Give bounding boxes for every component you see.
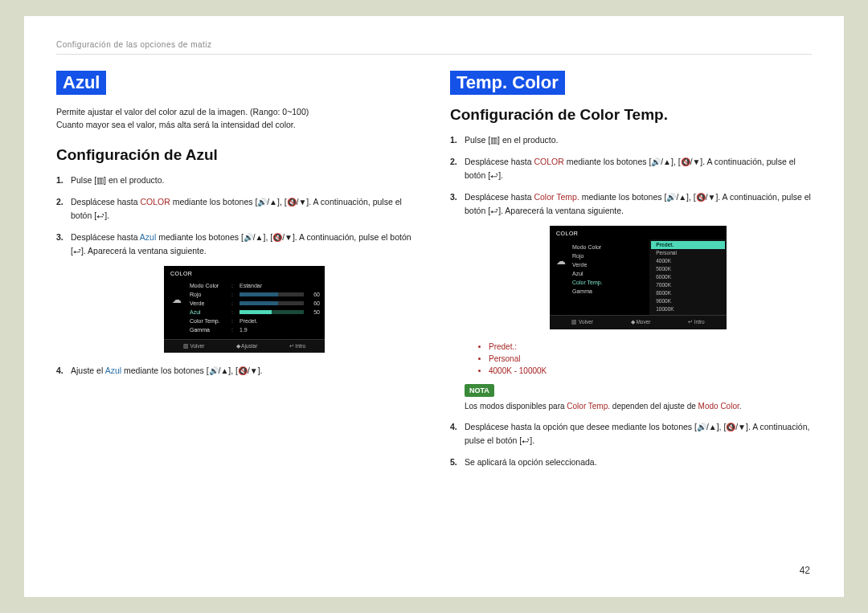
step-item: Desplácese hasta Azul mediante los boton… <box>56 231 418 353</box>
note-badge: NOTA <box>465 384 494 397</box>
enter-icon: ⮐ <box>490 171 498 180</box>
manual-page: Configuración de las opciones de matiz A… <box>24 16 844 597</box>
menu-icon: ▥ <box>96 176 104 185</box>
step-item: Se aplicará la opción seleccionada. <box>450 456 812 469</box>
enter-icon: ⮐ <box>73 247 81 255</box>
down-icon: 🔇/▼ <box>681 157 701 166</box>
osd-side-icon: ☁ <box>555 243 567 296</box>
enter-icon: ⮐ <box>522 436 530 445</box>
page-number: 42 <box>800 565 810 576</box>
step-item: Pulse [▥] en el producto. <box>450 133 812 147</box>
step-item: Ajuste el Azul mediante los botones [🔊/▲… <box>56 364 418 378</box>
bullet-item: Personal <box>489 353 812 365</box>
intro-line: Cuanto mayor sea el valor, más alta será… <box>56 120 296 129</box>
osd-header: COLOR <box>164 266 325 280</box>
down-icon: 🔇/▼ <box>726 423 746 431</box>
left-column: Azul Permite ajustar el valor del color … <box>56 71 418 477</box>
breadcrumb: Configuración de las opciones de matiz <box>56 40 812 49</box>
note-text: Los modos disponibles para Color Temp. d… <box>465 400 812 412</box>
subheading-azul: Configuración de Azul <box>56 146 418 164</box>
keyword-color: COLOR <box>140 197 170 206</box>
subheading-color-temp: Configuración de Color Temp. <box>450 106 812 124</box>
osd-list: Modo Color:Estándar Rojo:60 Verde:60 Azu… <box>190 281 320 334</box>
enter-icon: ⮐ <box>96 211 104 220</box>
osd-window: COLOR ☁ Modo Color Rojo Verde <box>550 226 727 329</box>
osd-screenshot: COLOR ☁ Modo Color Rojo Verde <box>465 226 812 329</box>
down-icon: 🔇/▼ <box>287 198 307 206</box>
step-item: Desplácese hasta COLOR mediante los boto… <box>56 195 418 223</box>
intro-line: Permite ajustar el valor del color azul … <box>56 107 309 116</box>
osd-screenshot: COLOR ☁ Modo Color:Estándar Rojo:60 Verd… <box>71 266 418 353</box>
section-title-temp-color: Temp. Color <box>450 71 565 95</box>
right-column: Temp. Color Configuración de Color Temp.… <box>450 71 812 477</box>
osd-side-icon: ☁ <box>169 281 185 334</box>
option-bullets: Predet.: Personal 4000K - 10000K <box>465 341 812 377</box>
keyword-azul: Azul <box>105 366 121 375</box>
bullet-item: Predet.: <box>489 341 812 353</box>
up-icon: 🔊/▲ <box>257 198 277 206</box>
section-title-azul: Azul <box>56 71 106 95</box>
up-icon: 🔊/▲ <box>244 233 264 242</box>
down-icon: 🔇/▼ <box>272 233 293 242</box>
intro-text: Permite ajustar el valor del color azul … <box>56 106 418 132</box>
osd-left-list: ☁ Modo Color Rojo Verde Azul Color Temp.… <box>550 239 649 315</box>
up-icon: 🔊/▲ <box>651 157 671 166</box>
content-columns: Azul Permite ajustar el valor del color … <box>56 71 812 477</box>
steps-list: Pulse [▥] en el producto. Desplácese has… <box>450 133 812 469</box>
up-icon: 🔊/▲ <box>209 366 229 375</box>
enter-icon: ⮐ <box>490 206 498 215</box>
osd-footer: ▥ Volver ◆ Mover ↵ Intro <box>550 315 727 329</box>
down-icon: 🔇/▼ <box>238 366 258 375</box>
down-icon: 🔇/▼ <box>696 193 716 202</box>
step-item: Desplácese hasta la opción que desee med… <box>450 420 812 447</box>
up-icon: 🔊/▲ <box>666 193 686 202</box>
up-icon: 🔊/▲ <box>697 423 717 431</box>
step-item: Pulse [▥] en el producto. <box>56 174 418 187</box>
bullet-item: 4000K - 10000K <box>489 365 812 377</box>
osd-options-list: Predet. Personal 4000K 5000K 6000K 7000K… <box>649 239 727 315</box>
osd-window: COLOR ☁ Modo Color:Estándar Rojo:60 Verd… <box>164 266 325 353</box>
osd-footer: ▥ Volver ◆ Ajustar ↵ Intro <box>164 339 325 353</box>
menu-icon: ▥ <box>490 136 497 145</box>
step-item: Desplácese hasta Color Temp. mediante lo… <box>450 190 812 412</box>
header-divider <box>56 54 812 55</box>
step-item: Desplácese hasta COLOR mediante los boto… <box>450 155 812 182</box>
keyword-azul: Azul <box>140 232 156 242</box>
keyword-color-temp: Color Temp. <box>534 192 579 202</box>
keyword-color: COLOR <box>534 157 563 166</box>
osd-header: COLOR <box>550 226 727 239</box>
steps-list: Pulse [▥] en el producto. Desplácese has… <box>56 174 418 378</box>
